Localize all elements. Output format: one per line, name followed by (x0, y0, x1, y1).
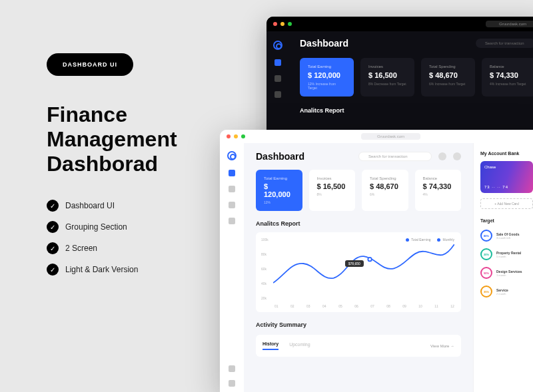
x-tick: 04 (322, 304, 326, 308)
light-window: Gruurdask.com Dashboard Search for trans… (220, 130, 533, 392)
chart-tooltip: $78,650 (345, 260, 364, 267)
x-tick: 11 (434, 304, 438, 308)
maximize-icon[interactable] (288, 22, 292, 26)
nav-wallet-icon[interactable] (229, 218, 235, 224)
y-tick: 60k (261, 267, 268, 271)
page-title: Dashboard (300, 38, 348, 49)
address-bar[interactable]: Gruurdask.com (486, 21, 533, 27)
feature-label: Light & Dark Version (65, 265, 138, 274)
close-icon[interactable] (227, 134, 231, 138)
nav-analytics-icon[interactable] (274, 91, 281, 98)
progress-ring: 50% (480, 267, 492, 279)
target-sub: 5 month (496, 255, 521, 258)
x-tick: 03 (306, 304, 310, 308)
logout-icon[interactable] (229, 380, 235, 387)
logo-icon[interactable] (227, 151, 237, 160)
bank-name: Chase (484, 165, 529, 169)
stat-card[interactable]: Total Earning$ 120,00012% Increase from … (300, 58, 354, 97)
x-tick: 07 (370, 304, 374, 308)
feature-label: Grouping Section (65, 222, 127, 232)
nav-dashboard-icon[interactable] (229, 170, 235, 176)
legend-item[interactable]: Monthly (437, 238, 454, 242)
tab-upcoming[interactable]: Upcoming (289, 342, 310, 349)
stat-card[interactable]: Invoices$ 16,5008% Decrease from Target (360, 58, 414, 97)
stat-card[interactable]: Balance$ 74,3304% (415, 170, 462, 211)
stat-value: $ 74,330 (423, 182, 454, 190)
search-input[interactable]: Search for transaction (476, 39, 533, 48)
x-tick: 09 (402, 304, 406, 308)
stat-value: $ 48,670 (429, 71, 467, 79)
window-chrome-light: Gruurdask.com (220, 130, 533, 143)
activity-panel: History Upcoming View More → (256, 335, 461, 357)
stat-card[interactable]: Total Spending$ 48,6706% (362, 170, 408, 211)
section-title-analytics: Analitcs Report (256, 220, 461, 227)
stat-value: $ 74,330 (490, 71, 528, 79)
stat-sub: 6% Increase from Target (429, 82, 467, 86)
target-item[interactable]: 35%Service2 month (480, 286, 533, 297)
y-tick: 20k (261, 296, 268, 300)
logo-icon[interactable] (273, 41, 282, 50)
bank-number: 73 ·· ·· 74 (484, 185, 529, 189)
analytics-chart: Total Earning Monthly 100k80k60k40k20k $… (256, 232, 461, 312)
stat-value: $ 120,000 (264, 182, 294, 198)
stat-label: Invoices (317, 176, 348, 180)
stat-value: $ 48,670 (370, 182, 400, 190)
promo-badge: DASHBOARD UI (47, 53, 133, 76)
window-chrome-dark: Gruurdask.com (266, 17, 533, 31)
maximize-icon[interactable] (241, 134, 245, 138)
nav-analytics-icon[interactable] (229, 202, 235, 208)
check-icon: ✓ (47, 200, 59, 212)
target-sub: 3 month left (496, 236, 519, 240)
stat-value: $ 120,000 (308, 71, 346, 79)
stat-sub: 6% (370, 192, 400, 196)
stat-card[interactable]: Total Spending$ 48,6706% Increase from T… (421, 58, 475, 97)
stat-sub: 8% Decrease from Target (368, 82, 406, 86)
nav-docs-icon[interactable] (274, 75, 281, 82)
y-tick: 100k (261, 238, 268, 242)
target-item[interactable]: 50%Design Services1 month (480, 267, 533, 279)
target-label: Design Services (496, 270, 522, 274)
nav-dashboard-icon[interactable] (274, 59, 281, 66)
progress-ring: 80% (480, 230, 492, 242)
address-bar[interactable]: Gruurdask.com (361, 133, 420, 140)
x-tick: 08 (386, 304, 390, 308)
stat-sub: 12% Increase from Target (308, 82, 346, 90)
avatar[interactable] (453, 152, 461, 160)
section-title-activity: Activity Summary (256, 321, 461, 328)
feature-label: 2 Screen (65, 244, 97, 253)
tab-history[interactable]: History (263, 341, 278, 350)
stat-label: Total Earning (308, 65, 346, 69)
x-tick: 06 (354, 304, 358, 308)
settings-icon[interactable] (229, 365, 235, 372)
target-sub: 1 month (496, 274, 522, 277)
target-item[interactable]: 20%Property Rental5 month (480, 248, 533, 260)
view-more-link[interactable]: View More → (430, 344, 454, 348)
add-card-button[interactable]: + Add New Card (480, 198, 533, 209)
stat-sub: 4% (423, 192, 454, 196)
close-icon[interactable] (273, 22, 277, 26)
minimize-icon[interactable] (234, 134, 238, 138)
stat-value: $ 16,500 (368, 71, 406, 79)
target-title: Target (480, 218, 533, 223)
nav-docs-icon[interactable] (229, 186, 235, 192)
sidebar-dark (266, 38, 289, 114)
stat-card[interactable]: Invoices$ 16,5008% (309, 170, 356, 211)
stat-card[interactable]: Total Earning$ 120,00012% (256, 170, 302, 211)
target-label: Service (496, 288, 508, 292)
bank-card[interactable]: Chase 73 ·· ·· 74 (480, 161, 533, 193)
y-tick: 40k (261, 282, 268, 286)
page-title: Dashboard (256, 151, 304, 162)
minimize-icon[interactable] (280, 22, 284, 26)
stat-card[interactable]: Balance$ 74,3304% Increase from Target (482, 58, 533, 97)
search-input[interactable]: Search for transaction (358, 152, 432, 161)
target-item[interactable]: 80%Sale Of Goods3 month left (480, 230, 533, 242)
stat-sub: 8% (317, 192, 348, 196)
x-tick: 10 (418, 304, 422, 308)
x-tick: 01 (274, 304, 278, 308)
stat-label: Balance (423, 176, 454, 180)
section-title-analytics: Analitcs Report (300, 107, 533, 114)
y-tick: 80k (261, 252, 268, 256)
x-tick: 05 (338, 304, 342, 308)
bell-icon[interactable] (438, 152, 446, 160)
x-tick: 02 (290, 304, 294, 308)
